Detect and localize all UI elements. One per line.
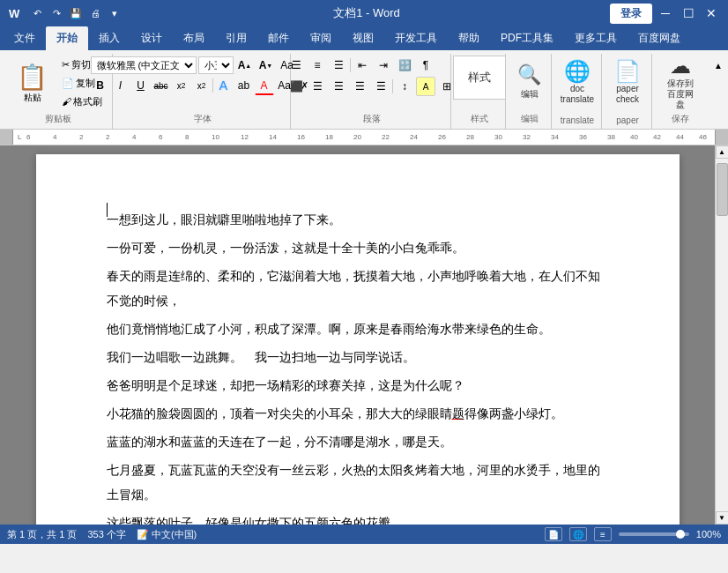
find-button[interactable]: 🔍 编辑: [511, 56, 547, 108]
ribbon-content: 📋 粘贴 ✂ 剪切 📄 复制 🖌 格式刷: [4, 54, 724, 129]
tab-baidu[interactable]: 百度网盘: [628, 26, 691, 50]
align-distribute-button[interactable]: ☰: [371, 77, 390, 96]
save-baidu-button[interactable]: ☁ 保存到百度网盘: [659, 56, 702, 108]
numbering-button[interactable]: ≡: [308, 56, 327, 75]
tab-layout[interactable]: 布局: [173, 26, 215, 50]
tab-view[interactable]: 视图: [342, 26, 384, 50]
svg-text:14: 14: [269, 133, 277, 141]
show-marks-button[interactable]: ¶: [416, 56, 435, 75]
styles-gallery-button[interactable]: 样式: [453, 56, 506, 100]
svg-text:10: 10: [212, 133, 219, 141]
redo-button[interactable]: ↷: [48, 4, 65, 22]
clipboard-group-label: 剪贴板: [4, 111, 112, 127]
zoom-slider[interactable]: [619, 532, 689, 536]
tab-help[interactable]: 帮助: [448, 26, 490, 50]
page-info[interactable]: 第 1 页，共 1 页: [7, 528, 77, 541]
print-view-button[interactable]: 📄: [545, 527, 562, 541]
quick-print-button[interactable]: 🖨: [86, 4, 104, 22]
undo-button[interactable]: ↶: [28, 4, 46, 22]
cursor: [107, 203, 108, 217]
ribbon-tabs: 文件 开始 插入 设计 布局 引用 邮件 审阅 视图 开发工具 帮助 PDF工具…: [0, 26, 728, 50]
save-button[interactable]: 💾: [67, 4, 85, 22]
tab-insert[interactable]: 插入: [88, 26, 130, 50]
tab-file[interactable]: 文件: [4, 26, 46, 50]
doc-translate-button[interactable]: 🌐 doctranslate: [554, 56, 600, 108]
status-bar-right: 📄 🌐 ≡ 100%: [545, 527, 721, 541]
font-group-label: 字体: [115, 111, 290, 127]
tab-developer[interactable]: 开发工具: [384, 26, 448, 50]
font-color-button[interactable]: A: [255, 76, 274, 95]
web-view-button[interactable]: 🌐: [569, 527, 587, 541]
paste-label: 粘贴: [24, 92, 41, 104]
decrease-indent-button[interactable]: ⇤: [353, 56, 372, 75]
paragraph-6: 爸爸明明是个足球迷，却把一场精彩的球赛关掉，这是为什么呢？: [107, 373, 609, 398]
increase-indent-button[interactable]: ⇥: [374, 56, 393, 75]
bullets-button[interactable]: ☰: [286, 56, 306, 75]
quick-access-toolbar: ↶ ↷ 💾 🖨 ▾: [28, 4, 123, 22]
zoom-thumb[interactable]: [676, 530, 685, 539]
tab-home[interactable]: 开始: [46, 26, 88, 50]
subscript-button[interactable]: x2: [172, 76, 191, 95]
align-center-button[interactable]: ☰: [308, 77, 327, 96]
typo-highlight: 题: [452, 406, 464, 420]
scroll-down-button[interactable]: ▼: [716, 511, 729, 525]
zoom-level[interactable]: 100%: [696, 529, 721, 540]
format-painter-button[interactable]: 🖌 格式刷: [57, 93, 107, 110]
paper-check-button[interactable]: 📄 papercheck: [608, 56, 647, 108]
search-icon: 🔍: [517, 63, 541, 86]
outline-view-button[interactable]: ≡: [594, 527, 612, 541]
line-spacing-button[interactable]: ↕: [395, 77, 414, 96]
svg-text:6: 6: [26, 133, 31, 141]
svg-text:26: 26: [438, 133, 446, 141]
paragraph-2: 一份可爱，一份机灵，一份活泼，这就是十全十美的小白兔乖乖。: [107, 235, 609, 260]
strikethrough-button[interactable]: abc: [152, 76, 171, 95]
document-scroll[interactable]: 一想到这儿，眼泪就噼里啪啦地掉了下来。 一份可爱，一份机灵，一份活泼，这就是十全…: [0, 145, 715, 525]
align-left-button[interactable]: ⬛: [286, 77, 306, 96]
divider3: [392, 79, 393, 93]
baidu-save-label: 保存到百度网盘: [665, 78, 695, 110]
font-size-select[interactable]: 小五 五号 小四: [198, 56, 234, 74]
paper-check-icon: 📄: [614, 59, 641, 84]
font-row2: B I U abc x2 x2 A ab A Aa ✗: [91, 76, 315, 95]
scroll-track[interactable]: [716, 159, 728, 511]
restore-button[interactable]: ☐: [679, 4, 698, 23]
minimize-button[interactable]: ─: [656, 4, 675, 23]
align-right-button[interactable]: ☰: [329, 77, 348, 96]
tab-design[interactable]: 设计: [130, 26, 173, 50]
styles-group-label: 样式: [453, 111, 505, 127]
text-effect-button[interactable]: A: [214, 76, 234, 95]
status-bar-left: 第 1 页，共 1 页 353 个字 📝 中文(中国): [7, 528, 197, 541]
tab-mailings[interactable]: 邮件: [257, 26, 300, 50]
status-bar: 第 1 页，共 1 页 353 个字 📝 中文(中国) 📄 🌐 ≡ 100%: [0, 525, 728, 544]
ribbon-collapse-button[interactable]: ▲: [709, 56, 728, 75]
underline-button[interactable]: U: [131, 76, 151, 95]
lang-icon: 📝: [137, 529, 149, 540]
multilevel-list-button[interactable]: ☰: [329, 56, 348, 75]
justify-button[interactable]: ☰: [350, 77, 369, 96]
svg-text:20: 20: [353, 133, 361, 141]
paragraph-4: 他们竟悄悄地汇成了小河，积成了深潭。啊，原来是春雨给海水带来绿色的生命。: [107, 316, 609, 341]
bold-button[interactable]: B: [91, 76, 110, 95]
customize-qa-button[interactable]: ▾: [106, 4, 123, 22]
superscript-button[interactable]: x2: [192, 76, 212, 95]
ruler: L 6 4 2 2 4 6 8 10 12 14 16 18 20 22 24 …: [0, 130, 728, 145]
increase-font-button[interactable]: A▲: [235, 56, 255, 75]
vertical-scrollbar: ▲ ▼: [715, 145, 728, 525]
paper-check-group-label: paper: [604, 114, 651, 127]
decrease-font-button[interactable]: A▼: [256, 56, 276, 75]
login-button[interactable]: 登录: [610, 4, 652, 24]
paste-button[interactable]: 📋 粘贴: [9, 56, 56, 110]
scroll-up-button[interactable]: ▲: [716, 145, 729, 159]
tab-pdf[interactable]: PDF工具集: [490, 26, 564, 50]
sort-button[interactable]: 🔡: [395, 56, 414, 75]
scroll-thumb[interactable]: [717, 163, 728, 216]
tab-more-tools[interactable]: 更多工具: [564, 26, 628, 50]
highlight-button[interactable]: ab: [234, 76, 254, 95]
close-button[interactable]: ✕: [702, 4, 721, 23]
italic-button[interactable]: I: [111, 76, 130, 95]
tab-references[interactable]: 引用: [215, 26, 257, 50]
baidu-save-controls: ☁ 保存到百度网盘: [659, 56, 702, 108]
shading-button[interactable]: A: [416, 77, 435, 96]
tab-review[interactable]: 审阅: [300, 26, 342, 50]
font-family-select[interactable]: 微软雅黑 (中文正文): [91, 56, 197, 74]
